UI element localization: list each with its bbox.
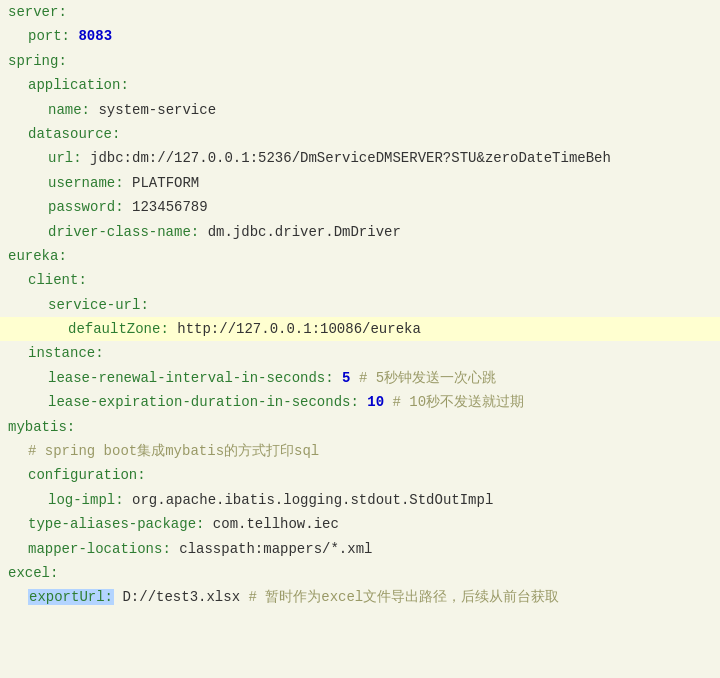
code-line: # spring boot集成mybatis的方式打印sql — [0, 439, 720, 463]
code-line: instance: — [0, 341, 720, 365]
yaml-value-string: org.apache.ibatis.logging.stdout.StdOutI… — [132, 489, 493, 511]
yaml-key: lease-renewal-interval-in-seconds: — [48, 367, 334, 389]
code-line: lease-expiration-duration-in-seconds: 10… — [0, 390, 720, 414]
yaml-key: excel: — [8, 562, 58, 584]
yaml-key: port: — [28, 25, 70, 47]
yaml-comment: # 暂时作为excel文件导出路径，后续从前台获取 — [248, 586, 559, 608]
code-line: lease-renewal-interval-in-seconds: 5 # 5… — [0, 366, 720, 390]
yaml-key: defaultZone: — [68, 318, 169, 340]
yaml-key: instance: — [28, 342, 104, 364]
whitespace — [114, 586, 122, 608]
code-line: defaultZone: http://127.0.0.1:10086/eure… — [0, 317, 720, 341]
yaml-value-string: jdbc:dm://127.0.0.1:5236/DmServiceDMSERV… — [90, 147, 611, 169]
yaml-key: client: — [28, 269, 87, 291]
code-line: datasource: — [0, 122, 720, 146]
yaml-key: type-aliases-package: — [28, 513, 204, 535]
whitespace — [124, 196, 132, 218]
whitespace — [171, 538, 179, 560]
code-line: mapper-locations: classpath:mappers/*.xm… — [0, 537, 720, 561]
whitespace — [240, 586, 248, 608]
code-line: url: jdbc:dm://127.0.0.1:5236/DmServiceD… — [0, 146, 720, 170]
whitespace — [199, 221, 207, 243]
code-line: excel: — [0, 561, 720, 585]
code-line: client: — [0, 268, 720, 292]
yaml-key: server: — [8, 1, 67, 23]
yaml-key-highlight: exportUrl: — [28, 586, 114, 608]
code-line: mybatis: — [0, 415, 720, 439]
yaml-key: configuration: — [28, 464, 146, 486]
yaml-value-number: 5 — [342, 367, 350, 389]
yaml-value-string: dm.jdbc.driver.DmDriver — [208, 221, 401, 243]
yaml-value-string: com.tellhow.iec — [213, 513, 339, 535]
yaml-key: driver-class-name: — [48, 221, 199, 243]
whitespace — [82, 147, 90, 169]
whitespace — [124, 489, 132, 511]
whitespace — [124, 172, 132, 194]
code-line: name: system-service — [0, 98, 720, 122]
yaml-key: service-url: — [48, 294, 149, 316]
whitespace — [169, 318, 177, 340]
whitespace — [90, 99, 98, 121]
whitespace — [359, 391, 367, 413]
code-line: eureka: — [0, 244, 720, 268]
whitespace — [334, 367, 342, 389]
code-line: log-impl: org.apache.ibatis.logging.stdo… — [0, 488, 720, 512]
code-line: configuration: — [0, 463, 720, 487]
yaml-key: name: — [48, 99, 90, 121]
yaml-value-string: http://127.0.0.1:10086/eureka — [177, 318, 421, 340]
code-line: port: 8083 — [0, 24, 720, 48]
yaml-comment: # 10秒不发送就过期 — [392, 391, 524, 413]
yaml-key: spring: — [8, 50, 67, 72]
code-line: exportUrl: D://test3.xlsx # 暂时作为excel文件导… — [0, 585, 720, 609]
code-line: driver-class-name: dm.jdbc.driver.DmDriv… — [0, 220, 720, 244]
whitespace — [204, 513, 212, 535]
code-editor: server:port: 8083spring:application:name… — [0, 0, 720, 610]
code-line: type-aliases-package: com.tellhow.iec — [0, 512, 720, 536]
code-line: service-url: — [0, 293, 720, 317]
yaml-key: log-impl: — [48, 489, 124, 511]
whitespace — [70, 25, 78, 47]
whitespace — [384, 391, 392, 413]
yaml-key: mybatis: — [8, 416, 75, 438]
yaml-value-number: 10 — [367, 391, 384, 413]
whitespace — [350, 367, 358, 389]
yaml-value-number: 8083 — [78, 25, 112, 47]
code-line: spring: — [0, 49, 720, 73]
code-line: username: PLATFORM — [0, 171, 720, 195]
yaml-key: lease-expiration-duration-in-seconds: — [48, 391, 359, 413]
yaml-key: datasource: — [28, 123, 120, 145]
yaml-key: password: — [48, 196, 124, 218]
yaml-comment: # spring boot集成mybatis的方式打印sql — [28, 440, 319, 462]
yaml-value-string: 123456789 — [132, 196, 208, 218]
yaml-comment: # 5秒钟发送一次心跳 — [359, 367, 496, 389]
yaml-key: eureka: — [8, 245, 67, 267]
yaml-value-string: D://test3.xlsx — [122, 586, 240, 608]
yaml-key: application: — [28, 74, 129, 96]
yaml-key: url: — [48, 147, 82, 169]
yaml-key: username: — [48, 172, 124, 194]
code-line: server: — [0, 0, 720, 24]
code-line: application: — [0, 73, 720, 97]
yaml-value-string: classpath:mappers/*.xml — [179, 538, 372, 560]
code-line: password: 123456789 — [0, 195, 720, 219]
yaml-key: mapper-locations: — [28, 538, 171, 560]
yaml-value-string: PLATFORM — [132, 172, 199, 194]
yaml-value-string: system-service — [98, 99, 216, 121]
